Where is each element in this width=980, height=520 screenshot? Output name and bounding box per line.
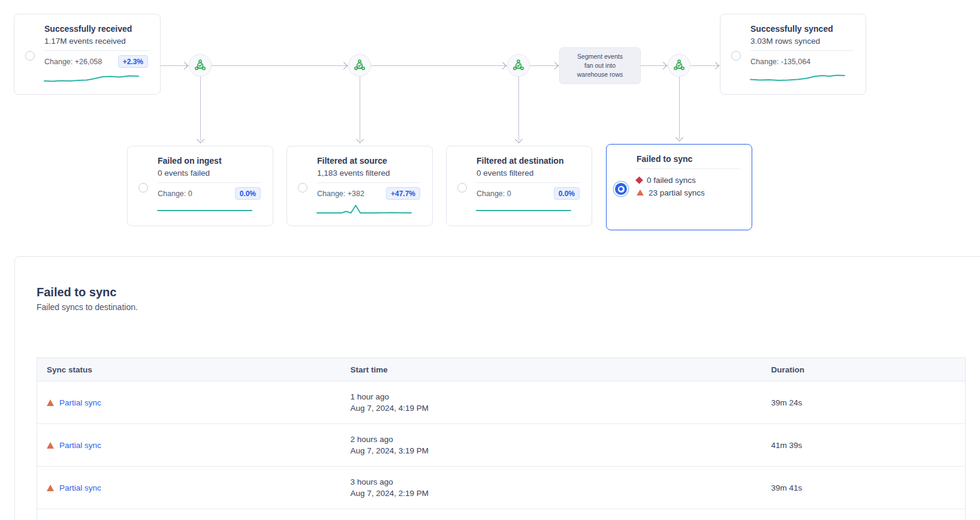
column-header-start-time: Start time — [341, 358, 762, 381]
sparkline-chart — [477, 204, 571, 216]
panel-title: Failed to sync — [37, 285, 116, 299]
card-successfully-synced[interactable]: Successfully synced 3.03M rows synced Ch… — [720, 14, 866, 95]
change-label: Change: 0 — [477, 190, 511, 198]
duration-value: 41m 39s — [762, 424, 966, 467]
panel-subtitle: Failed syncs to destination. — [37, 302, 138, 312]
sync-status-link[interactable]: Partial sync — [59, 398, 101, 407]
change-badge: 0.0% — [235, 187, 261, 200]
warning-triangle-icon — [637, 190, 644, 196]
card-title: Filtered at destination — [477, 155, 580, 167]
card-title: Failed to sync — [637, 153, 740, 165]
card-radio[interactable] — [298, 183, 307, 193]
card-radio[interactable] — [138, 183, 148, 193]
table-row[interactable]: Partial sync 1 hour ago Aug 7, 2024, 4:1… — [37, 381, 966, 424]
connector-line — [360, 77, 360, 141]
warning-triangle-icon — [47, 399, 54, 406]
arrow-right-icon — [499, 62, 506, 70]
arrow-right-icon — [659, 62, 667, 70]
connector-line — [679, 77, 680, 139]
sparkline-chart — [158, 204, 252, 216]
arrow-right-icon — [551, 62, 559, 70]
connector-line — [518, 77, 519, 141]
pipeline-node — [507, 54, 530, 77]
sync-table: Sync status Start time Duration Partial … — [37, 357, 966, 520]
card-failed-to-sync[interactable]: Failed to sync 0 failed syncs 23 partial… — [606, 144, 752, 230]
change-label: Change: 0 — [158, 190, 192, 198]
arrow-down-icon — [515, 136, 523, 143]
card-radio[interactable] — [457, 183, 467, 193]
fan-out-note: Segment events fan out into warehouse ro… — [559, 47, 641, 84]
arrow-down-icon — [676, 134, 683, 142]
card-radio[interactable] — [731, 51, 741, 61]
card-failed-on-ingest[interactable]: Failed on ingest 0 events failed Change:… — [127, 146, 273, 226]
failed-syncs-count: 0 failed syncs — [647, 175, 696, 187]
connector-line — [371, 65, 507, 66]
table-row[interactable]: Partial sync 2 hours ago Aug 7, 2024, 3:… — [37, 424, 966, 467]
change-badge: +2.3% — [118, 55, 148, 68]
warning-triangle-icon — [47, 442, 54, 449]
card-subtitle: 0 events failed — [158, 167, 261, 179]
card-radio[interactable] — [25, 51, 35, 61]
pipeline-node — [189, 54, 212, 77]
column-header-sync-status: Sync status — [37, 358, 341, 381]
start-time-relative: 2 hours ago — [351, 434, 762, 446]
card-subtitle: 1,183 events filtered — [317, 167, 420, 179]
sync-status-link[interactable]: Partial sync — [59, 483, 101, 492]
pipeline-node — [668, 54, 690, 77]
note-line: warehouse rows — [577, 70, 623, 79]
duration-value: 39m 41s — [762, 467, 966, 509]
change-label: Change: -135,064 — [750, 58, 810, 66]
arrow-right-icon — [180, 62, 188, 70]
start-time-absolute: Aug 7, 2024, 4:19 PM — [351, 402, 762, 414]
start-time-absolute: Aug 7, 2024, 3:19 PM — [351, 445, 762, 457]
sparkline-chart — [317, 204, 411, 216]
start-time-relative: 1 hour ago — [351, 391, 762, 403]
card-subtitle: 1.17M events received — [44, 35, 148, 47]
table-row-partial — [37, 509, 966, 520]
table-header-row: Sync status Start time Duration — [37, 358, 966, 381]
note-line: Segment events — [577, 52, 623, 61]
duration-value: 39m 24s — [762, 381, 966, 424]
failed-to-sync-panel: Failed to sync Failed syncs to destinati… — [14, 256, 980, 520]
change-label: Change: +382 — [317, 190, 364, 198]
card-subtitle: 0 events filtered — [477, 167, 580, 179]
arrow-down-icon — [356, 136, 364, 143]
partial-syncs-count: 23 partial syncs — [649, 187, 705, 199]
diamond-icon — [635, 176, 643, 184]
connector-line — [200, 77, 201, 141]
change-label: Change: +26,058 — [44, 58, 102, 66]
table-row[interactable]: Partial sync 3 hours ago Aug 7, 2024, 2:… — [37, 467, 966, 509]
sync-status-link[interactable]: Partial sync — [59, 441, 101, 450]
column-header-duration: Duration — [762, 358, 966, 381]
card-title: Successfully received — [44, 23, 148, 35]
sparkline-chart — [44, 72, 138, 84]
card-successfully-received[interactable]: Successfully received 1.17M events recei… — [14, 14, 161, 95]
change-badge: +47.7% — [386, 187, 420, 200]
pipeline-sync-check-icon — [194, 59, 207, 72]
note-line: fan out into — [584, 61, 616, 70]
pipeline-sync-check-icon — [673, 59, 686, 72]
delivery-overview: Segment events fan out into warehouse ro… — [0, 0, 980, 520]
card-filtered-at-source[interactable]: Filtered at source 1,183 events filtered… — [287, 146, 433, 226]
card-filtered-at-destination[interactable]: Filtered at destination 0 events filtere… — [446, 146, 592, 226]
card-subtitle: 3.03M rows synced — [750, 35, 854, 47]
card-title: Filtered at source — [317, 155, 420, 167]
warning-triangle-icon — [47, 485, 54, 491]
card-radio-selected[interactable] — [615, 183, 627, 195]
card-title: Failed on ingest — [158, 155, 261, 167]
connector-line — [212, 65, 348, 66]
pipeline-sync-check-icon — [353, 59, 366, 72]
arrow-right-icon — [711, 62, 719, 70]
start-time-relative: 3 hours ago — [351, 476, 762, 488]
sparkline-chart — [750, 72, 845, 84]
start-time-absolute: Aug 7, 2024, 2:19 PM — [351, 488, 762, 500]
arrow-down-icon — [197, 136, 204, 143]
arrow-right-icon — [340, 62, 348, 70]
pipeline-sync-check-icon — [512, 59, 525, 72]
change-badge: 0.0% — [554, 187, 580, 200]
pipeline-node — [348, 54, 371, 77]
card-title: Successfully synced — [750, 23, 854, 35]
